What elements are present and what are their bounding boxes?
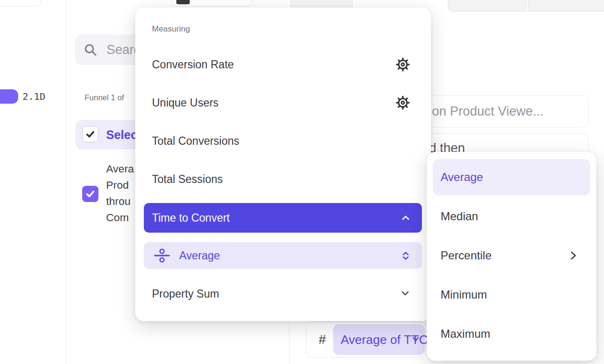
menu-item-label: Property Sum [152,288,219,300]
aggregation-item-label: Percentile [441,249,492,262]
aggregation-item-percentile[interactable]: Percentile [427,237,596,274]
gear-icon[interactable] [396,57,410,72]
menu-item-total-sessions[interactable]: Total Sessions [135,160,431,198]
step-description: Avera Prod throu Com [106,161,140,226]
chevron-down-icon [400,290,410,297]
aggregation-item-median[interactable]: Median [427,198,596,235]
sort-icon [402,251,410,260]
aggregation-item-maximum[interactable]: Maximum [427,316,596,352]
top-right-tab-fragment-2[interactable] [528,0,604,12]
top-right-tab-fragment-1[interactable] [448,0,527,12]
metric-pill-dropdown[interactable]: Average of TTC [333,324,425,355]
chevron-right-icon [570,250,577,261]
select-all-checkbox[interactable] [82,126,98,142]
aggregation-menu: Average Median Percentile Minimum Maximu… [427,152,596,361]
aggregation-selector-label: Average [179,242,220,269]
gear-icon[interactable] [396,96,410,110]
aggregation-item-average-selected[interactable]: Average [433,159,590,195]
measuring-menu-header: Measuring [152,21,190,37]
aggregation-selector-row[interactable]: Average [144,242,422,269]
step-text-line: throu [106,193,140,210]
top-toolbar-button[interactable] [171,0,253,7]
aggregation-item-minimum[interactable]: Minimum [427,277,596,313]
menu-item-label: Conversion Rate [152,58,234,71]
checkmark-icon [85,189,96,199]
toolbar-button-icon [176,0,190,4]
event-selector-label: on Product Viewe... [432,96,544,127]
aggregation-item-label: Maximum [441,327,490,340]
step-text-line: Prod [106,177,140,193]
menu-item-property-sum[interactable]: Property Sum [135,278,431,309]
chevron-down-icon [411,336,420,343]
chevron-up-icon [401,214,410,221]
menu-item-label: Total Sessions [152,173,223,185]
series-badge: 2.1D [22,89,45,104]
step-checkbox[interactable] [82,186,98,202]
app-screen: Search 2.1D Funnel 1 of Select Avera Pro… [0,0,604,364]
step-text-line: Avera [106,161,140,177]
aggregation-item-label: Minimum [441,288,487,301]
bottom-pane-divider [289,321,290,364]
funnel-series-bar [0,89,18,104]
top-left-card-fragment [0,0,41,7]
event-selector-card[interactable]: on Product Viewe... [419,95,589,128]
step-text-line: Com [106,210,140,226]
numeric-type-symbol: # [319,322,326,357]
aggregation-item-label: Average [441,159,483,195]
search-icon [84,43,97,56]
menu-item-conversion-rate[interactable]: Conversion Rate [135,45,431,84]
selected-item-label: Time to Convert [152,203,230,233]
metric-card: # Average of TTC [306,321,426,358]
checkmark-icon [85,129,96,139]
menu-item-unique-users[interactable]: Unique Users [135,84,431,122]
aggregation-item-label: Median [441,210,478,223]
menu-item-time-to-convert-selected[interactable]: Time to Convert [144,203,422,233]
menu-item-label: Unique Users [152,96,218,109]
left-pane-divider [66,0,66,364]
menu-item-label: Total Conversions [152,135,239,147]
measuring-menu: Measuring Conversion Rate Unique Users [135,8,431,321]
funnel-count-label: Funnel 1 of [85,92,124,103]
menu-item-total-conversions[interactable]: Total Conversions [135,122,431,160]
divide-icon [153,248,171,263]
